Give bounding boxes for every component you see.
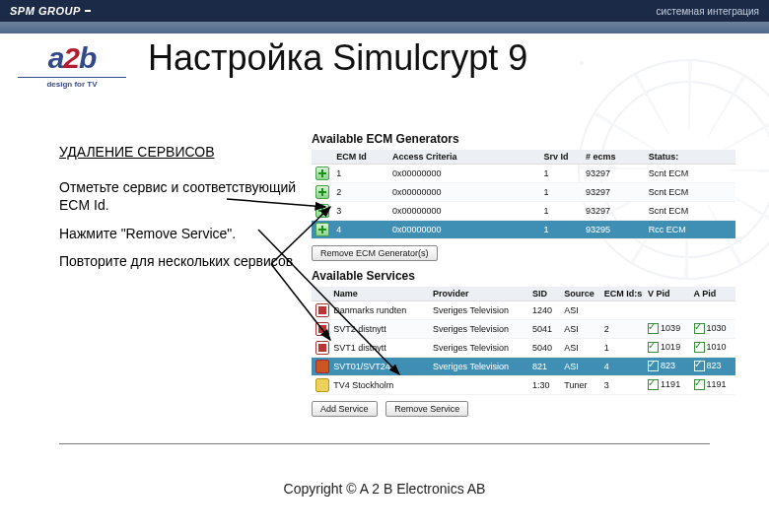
checkmark-icon: 1191 <box>648 379 680 390</box>
brand-text: SPM GROUP <box>10 5 81 17</box>
page-title: Настройка Simulcrypt 9 <box>148 37 527 79</box>
checkmark-icon: 823 <box>648 361 675 371</box>
svc-cell-vpid: 823 <box>644 358 689 376</box>
ecm-cell-ac: 0x00000000 <box>388 221 540 239</box>
brand-logo: SPM GROUP <box>10 5 91 17</box>
ecm-cell-ac: 0x00000000 <box>388 202 540 221</box>
svc-cell-apid: 823 <box>690 358 735 376</box>
svc-cell-apid: 1191 <box>690 376 735 395</box>
services-table: Name Provider SID Source ECM Id:s V Pid … <box>312 287 735 395</box>
ecm-cell-ecms: 93295 <box>582 221 645 239</box>
svc-cell-prov: Sveriges Television <box>429 320 528 339</box>
svc-cell-prov: Sveriges Television <box>429 339 528 358</box>
ecm-cell-status: Scnt ECM <box>645 183 735 202</box>
service-row[interactable]: TV4 Stockholm1:30Tuner311911191 <box>312 376 735 395</box>
instruction-step-2: Нажмите "Remove Service". <box>59 225 306 242</box>
ecm-cell-srv: 1 <box>540 165 583 183</box>
ecm-row[interactable]: 40x00000000193295Rcc ECM <box>312 221 735 239</box>
service-row[interactable]: SVT2 distnyttSveriges Television5041ASI2… <box>312 320 735 339</box>
ecm-row-icon <box>315 166 329 180</box>
service-row-icon <box>315 378 329 392</box>
svc-col-vpid: V Pid <box>644 287 689 301</box>
remove-ecm-button[interactable]: Remove ECM Generator(s) <box>312 245 438 261</box>
svc-cell-name: TV4 Stockholm <box>329 376 429 395</box>
service-row-icon <box>315 303 329 317</box>
ecm-cell-srv: 1 <box>540 202 583 221</box>
ecm-row-icon <box>315 204 329 218</box>
svc-col-name: Name <box>329 287 429 301</box>
svc-cell-prov <box>429 376 528 395</box>
checkmark-icon: 1010 <box>694 342 727 353</box>
add-service-button[interactable]: Add Service <box>312 401 378 417</box>
ecm-header-row: ECM Id Access Criteria Srv Id # ecms Sta… <box>312 150 735 165</box>
logo-a2b: a2b <box>18 41 126 75</box>
ecm-row[interactable]: 20x00000000193297Scnt ECM <box>312 183 735 202</box>
svc-cell-sid: 5040 <box>528 339 560 358</box>
checkmark-icon: 1039 <box>648 323 680 334</box>
ecm-cell-ecms: 93297 <box>582 183 645 202</box>
copyright-text: Copyright © A 2 B Electronics AB <box>0 481 769 497</box>
ecm-cell-srv: 1 <box>540 221 583 239</box>
svc-cell-name: SVT1 distnytt <box>329 339 429 358</box>
ecm-table: ECM Id Access Criteria Srv Id # ecms Sta… <box>312 150 735 239</box>
svc-col-ecm: ECM Id:s <box>600 287 644 301</box>
svc-cell-vpid: 1019 <box>644 339 689 358</box>
svc-col-prov: Provider <box>429 287 528 301</box>
svc-cell-sid: 821 <box>528 358 560 376</box>
ecm-col-srv: Srv Id <box>540 150 583 165</box>
ecm-cell-status: Scnt ECM <box>645 202 735 221</box>
service-row-icon <box>315 360 329 373</box>
svc-cell-apid: 1010 <box>690 339 735 358</box>
svc-col-src: Source <box>560 287 599 301</box>
checkmark-icon: 1191 <box>694 379 727 390</box>
svc-cell-ecm: 1 <box>600 339 644 358</box>
service-row[interactable]: SVT01/SVT24Sveriges Television821ASI4823… <box>312 358 735 376</box>
ecm-row-icon <box>315 185 329 199</box>
ui-screenshot-panel: Available ECM Generators ECM Id Access C… <box>312 126 735 425</box>
ecm-row[interactable]: 10x00000000193297Scnt ECM <box>312 165 735 183</box>
checkmark-icon: 1030 <box>694 323 727 334</box>
secondary-logo: a2b design for TV <box>18 41 126 89</box>
service-row-icon <box>315 322 329 336</box>
services-panel-title: Available Services <box>312 269 735 283</box>
svc-cell-sid: 1:30 <box>528 376 560 395</box>
ecm-col-ecms: # ecms <box>582 150 645 165</box>
svc-cell-prov: Sveriges Television <box>429 358 528 376</box>
checkmark-icon: 823 <box>694 361 722 371</box>
svc-cell-ecm: 3 <box>600 376 644 395</box>
svc-cell-apid <box>690 301 735 320</box>
ecm-row[interactable]: 30x00000000193297Scnt ECM <box>312 202 735 221</box>
ecm-row-icon <box>315 223 329 236</box>
svc-cell-src: ASI <box>560 320 599 339</box>
instruction-step-1: Отметьте сервис и соответствующий ECM Id… <box>59 178 306 214</box>
svc-cell-apid: 1030 <box>690 320 735 339</box>
svc-cell-ecm: 4 <box>600 358 644 376</box>
ecm-cell-id: 3 <box>332 202 388 221</box>
ecm-cell-ecms: 93297 <box>582 202 645 221</box>
brand-dash-icon <box>85 10 91 12</box>
instructions-panel: УДАЛЕНИЕ СЕРВИСОВ Отметьте сервис и соот… <box>59 143 306 280</box>
svc-cell-ecm <box>600 301 644 320</box>
svc-cell-prov: Sveriges Television <box>429 301 528 320</box>
ecm-cell-id: 2 <box>332 183 388 202</box>
ecm-cell-id: 4 <box>332 221 388 239</box>
ecm-panel-title: Available ECM Generators <box>312 132 735 146</box>
svc-cell-src: ASI <box>560 339 599 358</box>
svc-cell-vpid <box>644 301 689 320</box>
logo-tagline: design for TV <box>18 77 126 89</box>
svc-cell-sid: 5041 <box>528 320 560 339</box>
service-row[interactable]: Danmarks rundtenSveriges Television1240A… <box>312 301 735 320</box>
checkmark-icon: 1019 <box>648 342 680 353</box>
ecm-cell-ecms: 93297 <box>582 165 645 183</box>
svc-col-sid: SID <box>528 287 560 301</box>
svc-cell-sid: 1240 <box>528 301 560 320</box>
footer-divider <box>59 443 710 444</box>
svc-cell-vpid: 1039 <box>644 320 689 339</box>
remove-service-button[interactable]: Remove Service <box>385 401 468 417</box>
svc-cell-name: SVT01/SVT24 <box>329 358 429 376</box>
top-header: SPM GROUP системная интеграция <box>0 0 769 22</box>
header-tagline: системная интеграция <box>657 6 759 17</box>
ecm-col-id: ECM Id <box>332 150 388 165</box>
service-row[interactable]: SVT1 distnyttSveriges Television5040ASI1… <box>312 339 735 358</box>
svc-cell-src: ASI <box>560 358 599 376</box>
